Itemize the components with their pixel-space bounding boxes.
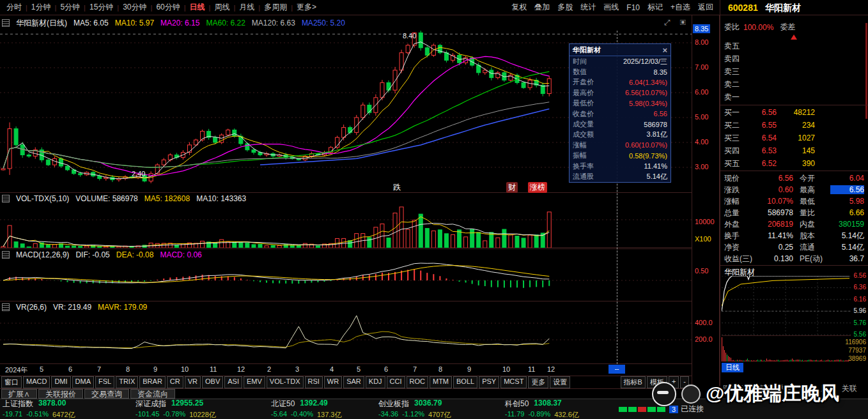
bottom-tab[interactable]: 扩展∧ — [1, 389, 37, 399]
indicator-button[interactable]: RSI — [305, 376, 323, 388]
panel-toggle-icon[interactable] — [2, 19, 10, 27]
tool-item[interactable]: 复权 — [508, 2, 531, 13]
period-item[interactable]: 多周期 — [260, 2, 291, 13]
period-item[interactable]: 15分钟 — [86, 2, 117, 13]
order-price: 6.53 — [747, 146, 777, 155]
stat-cell: 最低 — [800, 196, 830, 207]
period-item[interactable]: 更多> — [293, 2, 320, 13]
indicator-button[interactable]: KDJ — [366, 376, 385, 388]
index-block[interactable]: 科创501308.37-11.79-0.89%432.6亿 — [505, 399, 612, 419]
macd-chart[interactable] — [0, 261, 692, 300]
bottom-tab[interactable]: 关联报价 — [38, 389, 83, 399]
overlay-label-cai[interactable]: 财 — [506, 182, 518, 193]
indicator-button[interactable]: 设置 — [550, 376, 570, 388]
bottom-tab[interactable]: 资金流向 — [130, 389, 175, 399]
intraday-mini-chart[interactable] — [722, 276, 851, 362]
order-book-row[interactable]: 买三6.541027 — [720, 132, 868, 144]
order-book-row[interactable]: 买二6.55234 — [720, 119, 868, 132]
period-menu: 分时|1分钟|5分钟|15分钟|30分钟|60分钟|日线|周线|月线|多周期|更… — [3, 2, 320, 13]
indicator-button[interactable]: SAR — [343, 376, 364, 388]
mini-chart-tab-daily[interactable]: 日线 — [722, 363, 743, 372]
indicator-button[interactable]: DMI — [51, 376, 70, 388]
indicator-button[interactable]: TRIX — [116, 376, 138, 388]
tool-item[interactable]: 统计 — [577, 2, 600, 13]
x-axis-label: 4 — [330, 365, 334, 373]
order-book-row[interactable]: 卖五 — [720, 40, 868, 52]
overlay-label-zhangbang[interactable]: 涨榜 — [528, 182, 547, 193]
overlay-label-die[interactable]: 跌 — [391, 182, 403, 193]
tool-item[interactable]: F10 — [623, 3, 644, 12]
indicator-button[interactable]: ROC — [407, 376, 428, 388]
chart-area: 华阳新材(日线) MA5: 6.05MA10: 5.97MA20: 6.15MA… — [0, 15, 692, 399]
order-book-row[interactable]: 卖三 — [720, 65, 868, 78]
tool-item[interactable]: 画线 — [600, 2, 623, 13]
indicator-button[interactable]: MACD — [23, 376, 50, 388]
order-qty: 145 — [777, 146, 815, 155]
x-axis-label: 2 — [267, 365, 271, 373]
indicator-button[interactable]: WR — [324, 376, 342, 388]
indicator-button[interactable]: BRAR — [139, 376, 166, 388]
index-block[interactable]: 北证501392.49-5.64-0.40%137.3亿 — [271, 399, 378, 419]
bottom-tab[interactable]: 交易查询 — [84, 389, 129, 399]
tool-item[interactable]: +自选 — [667, 2, 694, 13]
indicator-button[interactable]: PSY — [479, 376, 499, 388]
period-item[interactable]: 月线 — [235, 2, 258, 13]
indicator-button[interactable]: VR — [185, 376, 201, 388]
volume-axis-label: 10000 — [695, 218, 715, 225]
index-block[interactable]: 创业板指3036.79-34.36-1.12%4707亿 — [378, 399, 505, 419]
panel-toggle-icon[interactable] — [2, 195, 10, 202]
tooltip-row-value: 2025/12/03/三 — [623, 57, 667, 66]
volume-ma5: MA5: 182608 — [144, 194, 190, 203]
conn-block — [619, 407, 627, 412]
panel-toggle-icon[interactable] — [2, 251, 10, 259]
tool-item[interactable]: 标记 — [644, 2, 667, 13]
tooltip-row: 收盘价6.56 — [570, 109, 670, 119]
f10-tab[interactable]: 关联 — [842, 383, 857, 394]
index-block[interactable]: 深证成指12955.25-101.45-0.78%10228亿 — [136, 399, 271, 419]
stat-cell: 380159 — [830, 220, 864, 229]
order-book-row[interactable]: 买一6.5648212 — [720, 106, 868, 119]
indicator-button[interactable]: DMA — [72, 376, 94, 388]
indicator-tool[interactable]: 指标B — [621, 376, 646, 388]
tool-item[interactable]: 返回 — [694, 2, 717, 13]
tool-item[interactable]: 多股 — [554, 2, 577, 13]
vr-chart[interactable] — [0, 313, 692, 363]
panel-toggle-icon[interactable] — [2, 303, 10, 311]
indicator-button[interactable]: VOL-TDX — [267, 376, 304, 388]
indicator-button[interactable]: FSL — [95, 376, 114, 388]
order-book-row[interactable]: 卖二 — [720, 78, 868, 91]
vr-panel-header: VR(26,6) VR: 219.49 MAVR: 179.09 — [0, 302, 694, 312]
volume-ma10: MA10: 143363 — [196, 194, 246, 203]
close-icon[interactable]: × — [662, 45, 667, 55]
period-item[interactable]: 分时 — [3, 2, 26, 13]
indicator-button[interactable]: EMV — [244, 376, 265, 388]
period-item[interactable]: 周线 — [210, 2, 233, 13]
order-book-row[interactable]: 卖四 — [720, 52, 868, 65]
index-block[interactable]: 上证指数3878.00-19.71-0.51%6472亿 — [3, 399, 136, 419]
indicator-button[interactable]: BOLL — [453, 376, 477, 388]
order-book-row[interactable]: 买五6.52390 — [720, 157, 868, 170]
indicator-button[interactable]: MCST — [500, 376, 527, 388]
period-item[interactable]: 60分钟 — [152, 2, 183, 13]
indicator-button[interactable]: MTM — [430, 376, 452, 388]
indicator-button[interactable]: CCI — [387, 376, 405, 388]
indicator-button[interactable]: 更多 — [528, 376, 548, 388]
macd-axis-label: 0.50 — [695, 267, 708, 275]
order-book-row[interactable]: 买四6.53145 — [720, 144, 868, 157]
indicator-button[interactable]: OBV — [202, 376, 223, 388]
order-book-row[interactable]: 卖一 — [720, 91, 868, 103]
indicator-button[interactable]: ASI — [224, 376, 242, 388]
stat-cell: 股本 — [800, 231, 830, 241]
period-item[interactable]: 日线 — [186, 2, 209, 13]
tool-item[interactable]: 叠加 — [531, 2, 554, 13]
period-item[interactable]: 1分钟 — [27, 2, 55, 13]
tooltip-row-label: 流通股 — [573, 172, 594, 181]
mini-price-label: 5.56 — [844, 331, 866, 338]
period-item[interactable]: 5分钟 — [56, 2, 84, 13]
indicator-button[interactable]: 窗口 — [1, 376, 22, 388]
volume-chart[interactable] — [0, 204, 692, 248]
panel-header-icons[interactable]: ⤢ ▣ — [664, 18, 690, 27]
indicator-button[interactable]: CR — [167, 376, 183, 388]
tooltip-row: 最高价6.56(10.07%) — [570, 88, 670, 98]
period-item[interactable]: 30分钟 — [119, 2, 150, 13]
